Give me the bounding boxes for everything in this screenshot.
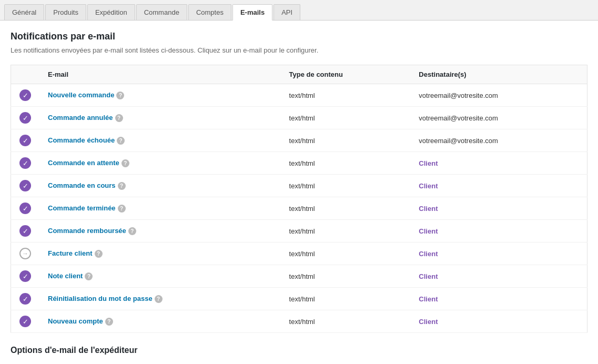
help-icon[interactable]: ? (128, 227, 136, 235)
email-type-cell: text/html (281, 220, 411, 242)
tab-emails[interactable]: E-mails (232, 4, 272, 21)
table-row[interactable]: ✓Commande échouée?text/htmlvotreemail@vo… (11, 129, 587, 152)
email-name-link[interactable]: Commande remboursée (48, 227, 126, 235)
email-type-cell: text/html (281, 107, 411, 129)
help-icon[interactable]: ? (85, 272, 93, 280)
email-recipient-cell: votreemail@votresite.com (410, 129, 587, 152)
help-icon[interactable]: ? (105, 318, 113, 326)
check-icon: ✓ (19, 225, 31, 237)
email-type-cell: text/html (281, 197, 411, 220)
check-icon: ✓ (19, 180, 31, 191)
email-recipient-cell: Client (410, 197, 587, 220)
emails-table: E-mail Type de contenu Destinataire(s) ✓… (11, 65, 587, 333)
tab-commande[interactable]: Commande (136, 4, 187, 20)
email-name-cell: Note client? (39, 265, 281, 288)
help-icon[interactable]: ? (116, 92, 124, 99)
table-row[interactable]: ✓Note client?text/htmlClient (11, 265, 587, 288)
email-name-link[interactable]: Note client (48, 272, 83, 280)
check-icon: ✓ (19, 293, 31, 305)
tab-expedition[interactable]: Expédition (87, 4, 135, 20)
email-name-link[interactable]: Nouveau compte (48, 317, 103, 325)
help-icon[interactable]: ? (118, 205, 126, 213)
email-type-cell: text/html (281, 310, 411, 333)
email-recipient-cell: Client (410, 175, 587, 197)
footer-title: Options d'e-mail de l'expéditeur (11, 346, 587, 355)
email-type-cell: text/html (281, 265, 411, 288)
email-name-cell: Réinitialisation du mot de passe? (39, 288, 281, 310)
check-icon: ✓ (19, 89, 31, 101)
email-name-link[interactable]: Facture client (48, 249, 93, 257)
table-row[interactable]: →Facture client?text/htmlClient (11, 242, 587, 265)
tab-comptes[interactable]: Comptes (188, 4, 231, 20)
email-recipient-cell: Client (410, 310, 587, 333)
content-area: Notifications par e-mail Les notificatio… (0, 21, 598, 364)
col-header-icon (11, 65, 40, 84)
help-icon[interactable]: ? (95, 250, 103, 258)
email-name-cell: Nouveau compte? (39, 310, 281, 333)
check-icon: ✓ (19, 270, 31, 282)
table-row[interactable]: ✓Commande annulée?text/htmlvotreemail@vo… (11, 107, 587, 129)
email-name-link[interactable]: Nouvelle commande (48, 91, 114, 99)
email-name-link[interactable]: Commande terminée (48, 204, 116, 212)
email-name-link[interactable]: Commande en attente (48, 159, 119, 167)
email-type-cell: text/html (281, 129, 411, 152)
table-row[interactable]: ✓Commande remboursée?text/htmlClient (11, 220, 587, 242)
table-row[interactable]: ✓Commande en cours?text/htmlClient (11, 175, 587, 197)
email-name-cell: Facture client? (39, 242, 281, 265)
check-icon: ✓ (19, 157, 31, 169)
help-icon[interactable]: ? (155, 295, 163, 303)
col-header-email: E-mail (39, 65, 281, 84)
email-type-cell: text/html (281, 175, 411, 197)
email-recipient-cell: Client (410, 220, 587, 242)
email-type-cell: text/html (281, 242, 411, 265)
email-type-cell: text/html (281, 84, 411, 107)
row-icon-cell: ✓ (11, 107, 40, 129)
row-icon-cell: ✓ (11, 152, 40, 175)
email-recipient-cell: votreemail@votresite.com (410, 107, 587, 129)
table-row[interactable]: ✓Réinitialisation du mot de passe?text/h… (11, 288, 587, 310)
section-title: Notifications par e-mail (11, 31, 587, 42)
email-name-cell: Commande en attente? (39, 152, 281, 175)
row-icon-cell: ✓ (11, 84, 40, 107)
check-icon: ✓ (19, 112, 31, 124)
email-type-cell: text/html (281, 152, 411, 175)
email-name-cell: Commande échouée? (39, 129, 281, 152)
help-icon[interactable]: ? (115, 114, 123, 122)
help-icon[interactable]: ? (121, 159, 129, 167)
row-icon-cell: ✓ (11, 175, 40, 197)
email-name-link[interactable]: Commande en cours (48, 181, 116, 189)
email-name-link[interactable]: Commande annulée (48, 114, 113, 122)
tab-produits[interactable]: Produits (45, 4, 86, 20)
email-name-cell: Nouvelle commande? (39, 84, 281, 107)
table-row[interactable]: ✓Nouvelle commande?text/htmlvotreemail@v… (11, 84, 587, 107)
row-icon-cell: → (11, 242, 40, 265)
help-icon[interactable]: ? (118, 182, 126, 190)
section-description: Les notifications envoyées par e-mail so… (11, 46, 587, 54)
email-name-link[interactable]: Réinitialisation du mot de passe (48, 295, 153, 302)
email-recipient-cell: Client (410, 265, 587, 288)
row-icon-cell: ✓ (11, 265, 40, 288)
email-name-cell: Commande en cours? (39, 175, 281, 197)
email-name-cell: Commande terminée? (39, 197, 281, 220)
check-icon: ✓ (19, 316, 31, 327)
row-icon-cell: ✓ (11, 310, 40, 333)
arrow-icon: → (19, 248, 31, 259)
table-row[interactable]: ✓Nouveau compte?text/htmlClient (11, 310, 587, 333)
table-row[interactable]: ✓Commande terminée?text/htmlClient (11, 197, 587, 220)
check-icon: ✓ (19, 135, 31, 146)
col-header-recipient: Destinataire(s) (410, 65, 587, 84)
tabs-bar: Général Produits Expédition Commande Com… (0, 0, 598, 21)
row-icon-cell: ✓ (11, 129, 40, 152)
col-header-type: Type de contenu (281, 65, 411, 84)
email-recipient-cell: Client (410, 242, 587, 265)
tab-api[interactable]: API (273, 4, 300, 20)
table-row[interactable]: ✓Commande en attente?text/htmlClient (11, 152, 587, 175)
tab-general[interactable]: Général (4, 4, 44, 20)
row-icon-cell: ✓ (11, 288, 40, 310)
email-recipient-cell: votreemail@votresite.com (410, 84, 587, 107)
email-recipient-cell: Client (410, 288, 587, 310)
email-name-cell: Commande remboursée? (39, 220, 281, 242)
footer-section: Options d'e-mail de l'expéditeur (11, 346, 587, 355)
email-name-link[interactable]: Commande échouée (48, 136, 115, 144)
help-icon[interactable]: ? (117, 137, 125, 145)
